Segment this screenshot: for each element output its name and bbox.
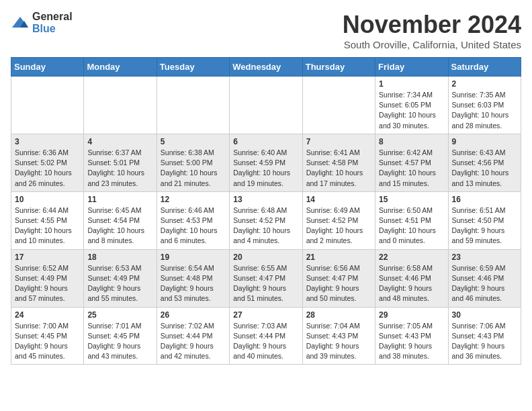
table-row: 3Sunrise: 6:36 AM Sunset: 5:02 PM Daylig…	[11, 134, 84, 191]
table-row: 17Sunrise: 6:52 AM Sunset: 4:49 PM Dayli…	[11, 249, 84, 307]
table-row: 23Sunrise: 6:59 AM Sunset: 4:46 PM Dayli…	[448, 249, 521, 307]
calendar-week-row: 1Sunrise: 7:34 AM Sunset: 6:05 PM Daylig…	[11, 77, 521, 134]
table-row: 29Sunrise: 7:05 AM Sunset: 4:43 PM Dayli…	[375, 307, 448, 365]
day-number: 27	[233, 310, 298, 320]
day-number: 19	[161, 253, 226, 262]
table-row: 2Sunrise: 7:35 AM Sunset: 6:03 PM Daylig…	[448, 77, 521, 134]
table-row: 4Sunrise: 6:37 AM Sunset: 5:01 PM Daylig…	[84, 134, 157, 191]
calendar-week-row: 3Sunrise: 6:36 AM Sunset: 5:02 PM Daylig…	[11, 134, 521, 191]
table-row: 8Sunrise: 6:42 AM Sunset: 4:57 PM Daylig…	[375, 134, 448, 191]
table-row: 7Sunrise: 6:41 AM Sunset: 4:58 PM Daylig…	[302, 134, 375, 191]
table-row: 13Sunrise: 6:48 AM Sunset: 4:52 PM Dayli…	[230, 191, 302, 249]
table-row: 12Sunrise: 6:46 AM Sunset: 4:53 PM Dayli…	[157, 191, 229, 249]
day-number: 5	[161, 137, 226, 146]
table-row: 27Sunrise: 7:03 AM Sunset: 4:44 PM Dayli…	[230, 307, 302, 365]
table-row	[157, 77, 229, 134]
table-row: 5Sunrise: 6:38 AM Sunset: 5:00 PM Daylig…	[157, 134, 229, 191]
day-info: Sunrise: 6:54 AM Sunset: 4:48 PM Dayligh…	[161, 263, 226, 304]
day-info: Sunrise: 6:58 AM Sunset: 4:46 PM Dayligh…	[379, 263, 444, 304]
table-row: 9Sunrise: 6:43 AM Sunset: 4:56 PM Daylig…	[448, 134, 521, 191]
day-info: Sunrise: 7:34 AM Sunset: 6:05 PM Dayligh…	[379, 90, 444, 131]
day-number: 16	[452, 195, 517, 204]
table-row	[302, 77, 375, 134]
day-info: Sunrise: 7:04 AM Sunset: 4:43 PM Dayligh…	[306, 321, 371, 362]
col-friday: Friday	[375, 58, 448, 77]
day-number: 7	[306, 137, 371, 146]
table-row: 25Sunrise: 7:01 AM Sunset: 4:45 PM Dayli…	[84, 307, 157, 365]
table-row	[84, 77, 157, 134]
table-row: 18Sunrise: 6:53 AM Sunset: 4:49 PM Dayli…	[84, 249, 157, 307]
day-number: 18	[87, 253, 152, 262]
table-row: 16Sunrise: 6:51 AM Sunset: 4:50 PM Dayli…	[448, 191, 521, 249]
table-row: 22Sunrise: 6:58 AM Sunset: 4:46 PM Dayli…	[375, 249, 448, 307]
calendar-week-row: 17Sunrise: 6:52 AM Sunset: 4:49 PM Dayli…	[11, 249, 521, 307]
day-info: Sunrise: 6:55 AM Sunset: 4:47 PM Dayligh…	[233, 263, 298, 304]
day-info: Sunrise: 7:00 AM Sunset: 4:45 PM Dayligh…	[15, 321, 80, 362]
day-info: Sunrise: 7:01 AM Sunset: 4:45 PM Dayligh…	[87, 321, 152, 362]
table-row: 14Sunrise: 6:49 AM Sunset: 4:52 PM Dayli…	[302, 191, 375, 249]
day-info: Sunrise: 6:42 AM Sunset: 4:57 PM Dayligh…	[379, 148, 444, 189]
logo-icon	[11, 15, 30, 30]
calendar-week-row: 24Sunrise: 7:00 AM Sunset: 4:45 PM Dayli…	[11, 307, 521, 365]
day-number: 8	[379, 137, 444, 146]
title-area: November 2024 South Oroville, California…	[343, 11, 521, 50]
table-row: 1Sunrise: 7:34 AM Sunset: 6:05 PM Daylig…	[375, 77, 448, 134]
day-number: 13	[233, 195, 298, 204]
day-info: Sunrise: 6:51 AM Sunset: 4:50 PM Dayligh…	[452, 205, 517, 246]
table-row: 26Sunrise: 7:02 AM Sunset: 4:44 PM Dayli…	[157, 307, 229, 365]
logo-blue: Blue	[32, 23, 56, 34]
table-row: 6Sunrise: 6:40 AM Sunset: 4:59 PM Daylig…	[230, 134, 302, 191]
day-number: 21	[306, 253, 371, 262]
day-info: Sunrise: 6:43 AM Sunset: 4:56 PM Dayligh…	[452, 148, 517, 189]
day-number: 25	[87, 310, 152, 320]
col-tuesday: Tuesday	[157, 58, 229, 77]
day-number: 30	[452, 310, 517, 320]
day-info: Sunrise: 6:41 AM Sunset: 4:58 PM Dayligh…	[306, 148, 371, 189]
day-number: 29	[379, 310, 444, 320]
day-info: Sunrise: 6:49 AM Sunset: 4:52 PM Dayligh…	[306, 205, 371, 246]
day-number: 9	[452, 137, 517, 146]
table-row: 24Sunrise: 7:00 AM Sunset: 4:45 PM Dayli…	[11, 307, 84, 365]
day-info: Sunrise: 6:37 AM Sunset: 5:01 PM Dayligh…	[87, 148, 152, 189]
table-row	[11, 77, 84, 134]
calendar-week-row: 10Sunrise: 6:44 AM Sunset: 4:55 PM Dayli…	[11, 191, 521, 249]
day-number: 24	[15, 310, 80, 320]
col-thursday: Thursday	[302, 58, 375, 77]
col-wednesday: Wednesday	[230, 58, 302, 77]
day-info: Sunrise: 6:45 AM Sunset: 4:54 PM Dayligh…	[87, 205, 152, 246]
table-row: 28Sunrise: 7:04 AM Sunset: 4:43 PM Dayli…	[302, 307, 375, 365]
table-row: 15Sunrise: 6:50 AM Sunset: 4:51 PM Dayli…	[375, 191, 448, 249]
day-info: Sunrise: 6:48 AM Sunset: 4:52 PM Dayligh…	[233, 205, 298, 246]
day-number: 3	[15, 137, 80, 146]
day-info: Sunrise: 6:52 AM Sunset: 4:49 PM Dayligh…	[15, 263, 80, 304]
day-number: 28	[306, 310, 371, 320]
day-info: Sunrise: 7:02 AM Sunset: 4:44 PM Dayligh…	[161, 321, 226, 362]
col-monday: Monday	[84, 58, 157, 77]
table-row: 21Sunrise: 6:56 AM Sunset: 4:47 PM Dayli…	[302, 249, 375, 307]
day-info: Sunrise: 7:35 AM Sunset: 6:03 PM Dayligh…	[452, 90, 517, 131]
logo: General Blue	[11, 11, 73, 35]
day-number: 4	[87, 137, 152, 146]
day-info: Sunrise: 7:06 AM Sunset: 4:43 PM Dayligh…	[452, 321, 517, 362]
table-row: 10Sunrise: 6:44 AM Sunset: 4:55 PM Dayli…	[11, 191, 84, 249]
day-info: Sunrise: 7:05 AM Sunset: 4:43 PM Dayligh…	[379, 321, 444, 362]
table-row: 30Sunrise: 7:06 AM Sunset: 4:43 PM Dayli…	[448, 307, 521, 365]
page-header: General Blue November 2024 South Orovill…	[11, 11, 521, 50]
day-number: 6	[233, 137, 298, 146]
day-number: 12	[161, 195, 226, 204]
day-number: 11	[87, 195, 152, 204]
logo-general: General	[32, 11, 73, 22]
day-info: Sunrise: 6:38 AM Sunset: 5:00 PM Dayligh…	[161, 148, 226, 189]
day-info: Sunrise: 6:50 AM Sunset: 4:51 PM Dayligh…	[379, 205, 444, 246]
col-saturday: Saturday	[448, 58, 521, 77]
day-info: Sunrise: 6:56 AM Sunset: 4:47 PM Dayligh…	[306, 263, 371, 304]
table-row: 20Sunrise: 6:55 AM Sunset: 4:47 PM Dayli…	[230, 249, 302, 307]
month-title: November 2024	[343, 11, 521, 39]
day-number: 22	[379, 253, 444, 262]
calendar-table: Sunday Monday Tuesday Wednesday Thursday…	[11, 57, 521, 365]
table-row	[230, 77, 302, 134]
day-number: 14	[306, 195, 371, 204]
col-sunday: Sunday	[11, 58, 84, 77]
day-number: 2	[452, 79, 517, 89]
day-info: Sunrise: 6:44 AM Sunset: 4:55 PM Dayligh…	[15, 205, 80, 246]
